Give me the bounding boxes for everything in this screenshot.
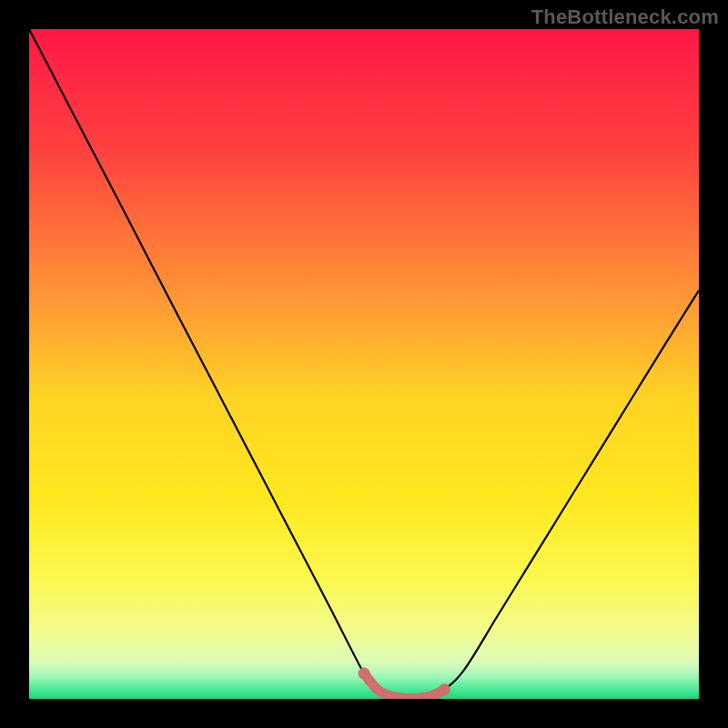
chart-stage: TheBottleneck.com <box>0 0 728 728</box>
plot-frame <box>29 29 699 699</box>
gradient-background <box>29 29 699 699</box>
watermark-label: TheBottleneck.com <box>531 5 719 29</box>
bottleneck-chart <box>29 29 699 699</box>
marker-start-dot <box>359 668 370 680</box>
marker-end-dot <box>439 683 450 695</box>
